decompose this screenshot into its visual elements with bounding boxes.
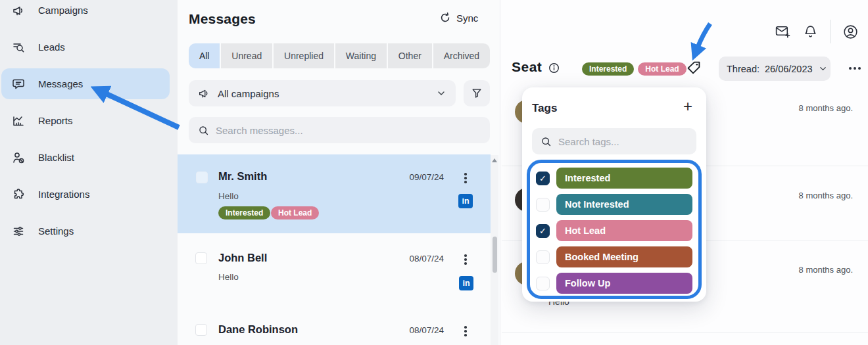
message-preview: Hello xyxy=(218,272,239,282)
sidebar-item-reports[interactable]: Reports xyxy=(1,105,170,136)
sync-button[interactable]: Sync xyxy=(439,12,478,24)
user-block-icon xyxy=(12,151,25,164)
tab-archived[interactable]: Archived xyxy=(433,43,490,68)
message-row-dane-robinson[interactable]: Dane Robinson 08/07/24 xyxy=(178,317,491,345)
notifications-button[interactable] xyxy=(803,24,818,39)
sliders-icon xyxy=(12,225,25,238)
thread-panel: Seat Interested Hot Lead Thread: 26/06/2… xyxy=(500,0,868,345)
tag-checkbox[interactable]: ✓ xyxy=(536,224,550,238)
badge-hot-lead: Hot Lead xyxy=(638,62,686,76)
search-tags-input[interactable] xyxy=(558,136,688,147)
chevron-down-icon xyxy=(818,64,828,74)
funnel-icon xyxy=(471,87,483,99)
tag-checkbox[interactable]: ✓ xyxy=(536,198,550,212)
message-timestamp: 8 months ago. xyxy=(799,103,853,113)
sidebar-item-blacklist[interactable]: Blacklist xyxy=(1,142,170,173)
message-checkbox[interactable] xyxy=(195,324,207,336)
tag-checkbox[interactable]: ✓ xyxy=(536,277,550,290)
campaign-select-value: All campaigns xyxy=(218,88,428,99)
filter-button[interactable] xyxy=(464,80,490,106)
sidebar-item-label: Messages xyxy=(38,78,83,89)
search-icon xyxy=(198,125,209,136)
topbar-actions xyxy=(775,20,859,43)
message-timestamp: 8 months ago. xyxy=(799,265,853,275)
badge-interested: Interested xyxy=(582,62,634,76)
message-timestamp: 8 months ago. xyxy=(799,191,853,200)
topbar-divider xyxy=(830,20,831,43)
message-list-panel: Messages Sync All Unread Unreplied Waiti… xyxy=(178,0,500,345)
megaphone-icon xyxy=(12,4,25,17)
tags-popup: Tags + ✓ Interested ✓ Not Interested ✓ xyxy=(522,87,706,302)
sidebar-item-integrations[interactable]: Integrations xyxy=(1,179,170,210)
scroll-up-arrow[interactable] xyxy=(492,158,497,162)
list-scrollbar[interactable] xyxy=(491,155,498,345)
tag-option[interactable]: Not Interested xyxy=(556,194,692,215)
tag-row-hot-lead: ✓ Hot Lead xyxy=(536,220,692,241)
thread-date-select[interactable]: Thread: 26/06/2023 xyxy=(719,57,831,81)
message-date: 09/07/24 xyxy=(407,172,444,182)
tag-option[interactable]: Follow Up xyxy=(556,273,692,294)
tag-checkbox[interactable]: ✓ xyxy=(536,250,550,264)
chart-icon xyxy=(12,114,25,127)
sync-icon xyxy=(439,12,451,24)
message-tag-hot-lead: Hot Lead xyxy=(271,206,319,219)
sidebar-item-settings[interactable]: Settings xyxy=(1,216,170,246)
sidebar-item-campaigns[interactable]: Campaigns xyxy=(1,0,170,26)
list-search-icon xyxy=(12,41,25,54)
message-row-mr-smith[interactable]: Mr. Smith 09/07/24 Hello Interested Hot … xyxy=(178,154,491,233)
chevron-down-icon xyxy=(436,88,446,99)
message-row-john-bell[interactable]: John Bell 08/07/24 Hello in xyxy=(178,243,491,317)
tag-option[interactable]: Booked Meeting xyxy=(556,246,692,267)
tag-list-highlight-ring: ✓ Interested ✓ Not Interested ✓ Hot Lead… xyxy=(527,160,702,299)
compose-mail-button[interactable] xyxy=(775,24,791,40)
more-options-button[interactable] xyxy=(848,62,862,74)
message-sender: John Bell xyxy=(218,252,267,264)
message-date: 08/07/24 xyxy=(407,254,444,264)
message-tag-interested: Interested xyxy=(218,206,270,219)
tags-popup-title: Tags xyxy=(532,102,557,115)
add-tag-button[interactable]: + xyxy=(679,97,697,116)
info-icon xyxy=(548,62,560,74)
message-kebab-menu[interactable] xyxy=(459,172,472,185)
tab-other[interactable]: Other xyxy=(388,43,432,68)
message-kebab-menu[interactable] xyxy=(459,253,472,266)
sidebar-item-leads[interactable]: Leads xyxy=(1,32,170,62)
contact-info-button[interactable] xyxy=(548,62,560,74)
tab-waiting[interactable]: Waiting xyxy=(335,43,387,68)
linkedin-icon: in xyxy=(459,276,473,290)
thread-label: Thread: xyxy=(727,64,760,74)
thread-divider xyxy=(502,332,868,333)
thread-date-value: 26/06/2023 xyxy=(765,64,813,74)
tab-all[interactable]: All xyxy=(189,43,220,68)
scrollbar-thumb[interactable] xyxy=(493,237,497,273)
sidebar-item-label: Integrations xyxy=(38,189,89,200)
tag-option[interactable]: Hot Lead xyxy=(556,220,692,241)
search-messages-input[interactable] xyxy=(216,125,481,136)
message-checkbox[interactable] xyxy=(196,172,208,183)
app-window: Campaigns Leads Messages Reports Blackli… xyxy=(0,0,868,345)
message-date: 08/07/24 xyxy=(407,325,444,335)
campaign-select[interactable]: All campaigns xyxy=(189,80,456,106)
account-button[interactable] xyxy=(842,24,859,40)
tag-row-interested: ✓ Interested xyxy=(536,168,692,189)
puzzle-icon xyxy=(12,188,25,201)
sidebar-item-messages[interactable]: Messages xyxy=(1,68,170,99)
tab-unreplied[interactable]: Unreplied xyxy=(274,43,334,68)
sidebar-item-label: Campaigns xyxy=(38,5,88,16)
contact-name: Seat xyxy=(512,59,542,75)
ellipsis-icon xyxy=(854,67,856,70)
tag-option[interactable]: Interested xyxy=(556,168,692,189)
tag-checkbox[interactable]: ✓ xyxy=(536,172,550,185)
user-avatar-icon xyxy=(842,24,859,40)
message-sender: Dane Robinson xyxy=(218,323,298,336)
sidebar-item-label: Leads xyxy=(38,41,65,53)
tab-unread[interactable]: Unread xyxy=(221,43,272,68)
kebab-icon xyxy=(464,330,467,333)
sidebar-item-label: Reports xyxy=(38,115,73,126)
page-title: Messages xyxy=(189,11,256,27)
message-kebab-menu[interactable] xyxy=(459,325,472,338)
megaphone-icon xyxy=(198,87,210,99)
manage-tags-button[interactable] xyxy=(686,60,702,76)
mail-plus-icon xyxy=(775,24,791,40)
message-checkbox[interactable] xyxy=(195,252,207,264)
